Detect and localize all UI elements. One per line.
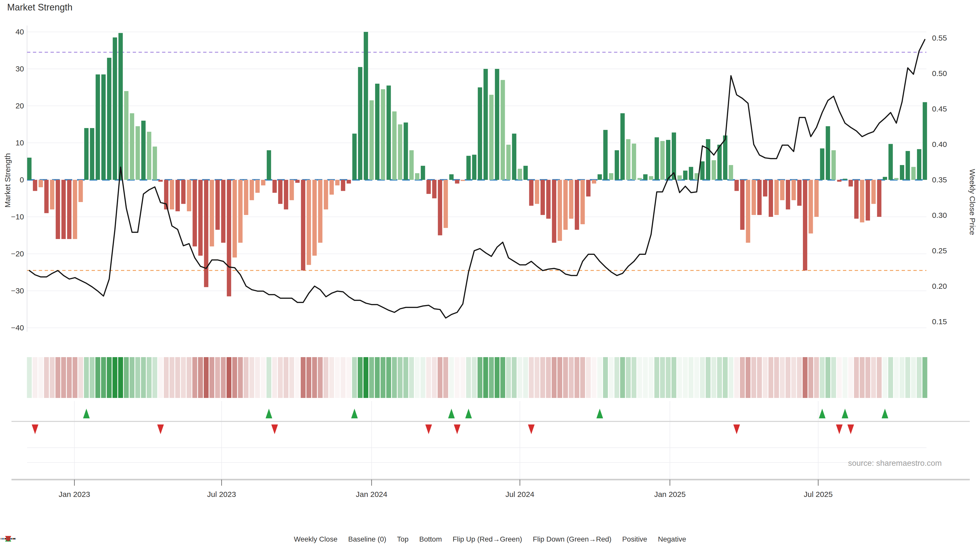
strength-bar xyxy=(426,180,431,194)
x-axis: Jan 2023Jul 2023Jan 2024Jul 2024Jan 2025… xyxy=(11,480,970,499)
heatmap-cell xyxy=(409,357,414,398)
heatmap-cell xyxy=(826,357,830,398)
strength-bar xyxy=(837,180,842,182)
strength-bar xyxy=(466,156,471,180)
heatmap-cell xyxy=(141,357,146,398)
strength-bar xyxy=(278,180,283,204)
strength-bar xyxy=(791,180,796,200)
heatmap-cell xyxy=(517,357,522,398)
strength-bar xyxy=(244,180,248,215)
heatmap-cell xyxy=(352,357,357,398)
strength-bar xyxy=(312,180,317,256)
legend-item-3[interactable]: Bottom xyxy=(419,535,442,543)
strength-bar xyxy=(729,165,733,180)
heatmap-cell xyxy=(535,357,539,398)
strength-bar xyxy=(335,180,339,186)
flip-up-icon xyxy=(465,409,472,418)
heatmap-cell xyxy=(44,357,49,398)
gridlines xyxy=(27,25,926,332)
heatmap-cell xyxy=(620,357,625,398)
heatmap-cell xyxy=(113,357,118,398)
heatmap-cell xyxy=(746,357,751,398)
legend-item-5[interactable]: Flip Down (Green→Red) xyxy=(533,535,611,543)
strength-bar xyxy=(763,180,767,197)
flip-up-icon xyxy=(597,409,603,418)
left-tick-label: 0 xyxy=(20,176,24,184)
heatmap-cell xyxy=(484,357,488,398)
strength-bar xyxy=(894,178,899,180)
heatmap-cell xyxy=(911,357,916,398)
flip-down-icon xyxy=(528,424,535,434)
heatmap-cell xyxy=(124,357,129,398)
flip-up-icon xyxy=(83,409,90,418)
heatmap-cell xyxy=(232,357,237,398)
heatmap-cell xyxy=(380,357,385,398)
x-tick-label: Jul 2024 xyxy=(505,490,534,499)
strength-bar xyxy=(455,180,460,184)
flip-down-icon xyxy=(847,424,854,434)
heatmap-cell xyxy=(489,357,494,398)
strength-bar xyxy=(905,151,910,180)
legend-item-4[interactable]: Flip Up (Red→Green) xyxy=(452,535,522,543)
heatmap-cell xyxy=(426,357,431,398)
left-tick-label: 30 xyxy=(16,65,24,73)
strength-bar xyxy=(113,38,117,180)
legend-label: Top xyxy=(397,535,409,543)
strength-bar xyxy=(626,139,630,180)
strength-bar xyxy=(797,180,802,206)
legend-item-6[interactable]: Positive xyxy=(622,535,647,543)
legend-label: Positive xyxy=(622,535,647,543)
strength-bar xyxy=(358,67,363,180)
strength-bar xyxy=(575,180,579,230)
strength-bar xyxy=(142,121,146,180)
heatmap-cell xyxy=(523,357,528,398)
heatmap-cell xyxy=(290,357,294,398)
x-tick-label: Jan 2024 xyxy=(356,490,387,499)
heatmap-cell xyxy=(204,357,208,398)
marker-panel xyxy=(11,401,970,479)
right-axis-title: Weekly Close Price xyxy=(968,148,977,256)
right-tick-label: 0.50 xyxy=(932,69,947,78)
heatmap-cell xyxy=(626,357,631,398)
strength-bar xyxy=(655,137,659,180)
heatmap-cell xyxy=(501,357,505,398)
legend-item-0[interactable]: Weekly Close xyxy=(294,535,338,543)
flip-up-icon xyxy=(351,409,358,418)
strength-bar xyxy=(632,144,636,180)
legend-item-7[interactable]: Negative xyxy=(658,535,686,543)
heatmap-cell xyxy=(346,357,351,398)
strength-bar xyxy=(803,180,807,270)
heatmap-cell xyxy=(107,357,111,398)
strength-bar xyxy=(295,180,300,183)
strength-bar xyxy=(586,180,590,197)
heatmap-cell xyxy=(375,357,380,398)
heatmap-cell xyxy=(192,357,197,398)
strength-bar xyxy=(484,69,488,180)
heatmap-cell xyxy=(438,357,442,398)
heatmap-cell xyxy=(905,357,910,398)
heatmap-cell xyxy=(586,357,591,398)
strength-bar xyxy=(769,180,773,217)
strength-bar xyxy=(923,102,927,180)
legend-label: Negative xyxy=(658,535,686,543)
heatmap-cell xyxy=(580,357,585,398)
strength-bar xyxy=(79,180,83,202)
strength-bar xyxy=(73,180,77,239)
heatmap-cell xyxy=(387,357,391,398)
heatmap-cell xyxy=(711,357,716,398)
legend-item-2[interactable]: Top xyxy=(397,535,409,543)
x-tick-label: Jan 2025 xyxy=(654,490,686,499)
strength-bar xyxy=(415,173,419,180)
left-tick-label: −30 xyxy=(11,286,24,295)
strength-bar xyxy=(849,180,853,186)
heatmap-cell xyxy=(404,357,408,398)
strength-bar xyxy=(192,180,197,246)
heatmap-cell xyxy=(198,357,203,398)
heatmap-cell xyxy=(324,357,328,398)
legend-item-1[interactable]: Baseline (0) xyxy=(348,535,386,543)
strength-bar xyxy=(609,173,613,180)
strength-bar xyxy=(877,180,881,217)
heatmap-cell xyxy=(768,357,773,398)
strength-bar xyxy=(854,180,859,219)
heatmap-cell xyxy=(67,357,72,398)
